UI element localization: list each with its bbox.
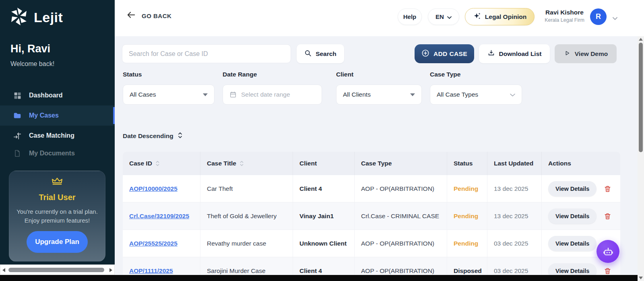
trial-card: Trial User You're currently on a trial p… [9,171,105,262]
sidebar-item-my-cases[interactable]: My Cases [0,105,115,126]
merge-arrows-icon [13,131,22,140]
client-cell: Unknown Client [293,230,354,257]
trash-icon [604,267,611,275]
language-selector[interactable]: EN [428,8,459,25]
play-icon [564,50,571,58]
case-title-cell: Revathy murder case [200,230,293,257]
app-logo: Lejit [8,6,63,29]
chevron-down-icon [510,91,515,98]
search-input[interactable] [122,44,291,63]
scroll-down-arrow-icon[interactable] [639,277,643,279]
column-label: Case ID [129,160,152,167]
sidebar-item-label: Case Matching [29,132,74,139]
client-cell: Vinay Jain1 [293,202,354,229]
last-updated-cell: 13 dec 2025 [487,202,541,229]
status-cell: Pending [447,202,487,229]
vertical-scrollbar[interactable] [638,36,644,281]
case-id-link[interactable]: Crl.Case/32109/2025 [129,213,189,220]
greeting: Hi, Ravi [10,43,50,55]
case-type-cell: AOP - OP(ARBITRATION) [354,175,447,202]
sidebar: Lejit Hi, Ravi Welcome back! Dashboard M… [0,0,115,281]
bottom-bar [0,275,638,281]
view-details-button[interactable]: View Details [548,181,597,196]
sidebar-item-dashboard[interactable]: Dashboard [0,85,115,105]
column-label: Case Type [361,160,392,167]
user-menu-chevron-icon[interactable] [613,14,617,22]
user-name: Ravi Kishore [539,9,590,16]
search-icon [304,50,312,58]
case-id-link[interactable]: AOP/25525/2025 [129,240,178,247]
trash-icon [604,185,611,193]
go-back-button[interactable]: GO BACK [127,11,171,20]
sidebar-item-label: Dashboard [29,92,63,99]
view-demo-label: View Demo [575,50,608,58]
date-range-input[interactable]: Select date range [223,85,322,105]
top-header: GO BACK Help EN Legal Opinion Ravi Kisho… [115,0,644,36]
case-type-filter-select[interactable]: All Case Types [430,85,522,105]
legal-opinion-button[interactable]: Legal Opinion [465,8,535,25]
dropdown-arrow-icon [410,93,415,96]
client-cell: Client 4 [293,175,354,202]
column-sort-icon [155,161,160,166]
go-back-label: GO BACK [142,12,171,19]
avatar[interactable]: R [590,8,607,25]
back-arrow-icon [127,11,136,20]
last-updated-cell: 13 dec 2025 [487,175,541,202]
horizontal-scrollbar-thumb[interactable] [8,268,104,272]
scroll-right-arrow-icon[interactable] [109,268,112,272]
sort-label: Date Descending [123,132,173,140]
column-header-case-id[interactable]: Case ID [123,152,200,175]
help-label: Help [403,13,417,20]
chevron-down-icon [447,13,452,20]
column-label: Case Title [207,160,236,167]
scroll-left-arrow-icon[interactable] [2,268,5,272]
case-id-link[interactable]: AOP/10000/2025 [129,185,178,192]
view-details-button[interactable]: View Details [548,209,597,224]
status-filter-select[interactable]: All Cases [123,85,215,105]
sidebar-item-case-matching[interactable]: Case Matching [0,126,115,146]
date-range-filter-label: Date Range [223,71,257,78]
column-header-case-title[interactable]: Case Title [200,152,293,175]
client-filter-select[interactable]: All Clients [336,85,422,105]
case-id-link[interactable]: AOP/1111/2025 [129,267,173,275]
sidebar-nav: Dashboard My Cases Case Matching [0,85,115,161]
upgrade-plan-button[interactable]: Upgrade Plan [27,231,88,253]
calendar-icon [229,91,237,98]
view-details-button[interactable]: View Details [548,236,597,251]
status-cell: Pending [447,175,487,202]
legal-opinion-label: Legal Opinion [485,13,526,21]
folder-icon [13,111,22,120]
case-type-cell: AOP - OP(ARBITRATION) [354,230,447,257]
vertical-scrollbar-thumb[interactable] [639,43,643,152]
horizontal-scrollbar[interactable] [0,264,115,275]
delete-case-button[interactable] [604,212,611,220]
case-type-filter-value: All Case Types [437,91,510,98]
trash-icon [604,212,611,220]
view-demo-button[interactable]: View Demo [555,44,617,63]
trial-title: Trial User [9,193,105,202]
column-sort-icon [239,161,244,166]
sidebar-item-my-documents[interactable]: My Documents [0,146,115,161]
column-label: Client [299,160,317,167]
client-filter-label: Client [336,71,353,78]
download-list-button[interactable]: Download List [479,44,550,63]
trial-description: You're currently on a trial plan. Enjoy … [9,207,105,225]
dashboard-grid-icon [13,91,22,100]
add-case-label: ADD CASE [433,50,467,58]
plus-circle-icon [421,49,429,59]
sort-control[interactable]: Date Descending [123,132,183,140]
delete-case-button[interactable] [604,267,611,275]
case-type-cell: Crl.Case - CRIMINAL CASE [354,202,447,229]
case-type-filter-label: Case Type [430,71,460,78]
delete-case-button[interactable] [604,185,611,193]
app-name: Lejit [34,10,63,25]
search-button[interactable]: Search [297,44,344,63]
document-icon [13,149,22,158]
help-button[interactable]: Help [398,8,422,25]
status-filter-label: Status [123,71,142,78]
chatbot-fab-button[interactable] [597,240,619,263]
robot-icon [603,246,614,257]
add-case-button[interactable]: ADD CASE [415,44,474,63]
scroll-up-arrow-icon[interactable] [639,38,643,41]
status-cell: Pending [447,230,487,257]
